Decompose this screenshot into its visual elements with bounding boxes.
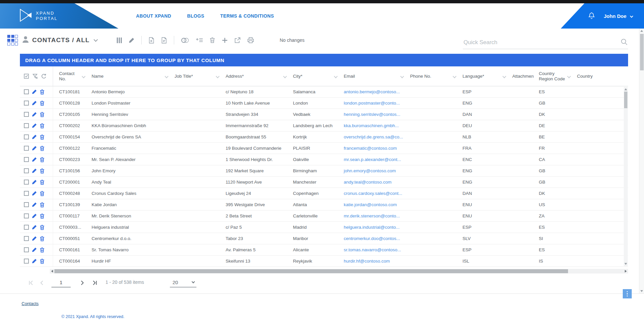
table-row[interactable]: CT000248Cronus Cardoxy SalesLigeudvej 24…	[20, 188, 628, 199]
column-menu-chevron-icon[interactable]	[502, 74, 506, 78]
scroll-down-arrow-icon[interactable]	[624, 263, 627, 265]
email-link[interactable]: mr.derik.stenerson@conto...	[342, 213, 409, 218]
export-pdf-button[interactable]	[161, 37, 167, 43]
clear-filter-icon[interactable]	[33, 74, 38, 79]
column-header-job-title[interactable]: Job Title*	[173, 66, 224, 86]
delete-row-button[interactable]	[40, 180, 44, 185]
grid-vscroll-thumb[interactable]	[624, 92, 627, 108]
email-link[interactable]: katie.jordan@contoso.com	[342, 202, 409, 207]
delete-row-button[interactable]	[40, 191, 44, 196]
table-row[interactable]: CT000122Francematic19 Boulevard Commande…	[20, 143, 628, 154]
edit-row-button[interactable]	[32, 168, 37, 173]
table-row[interactable]: CT000202KKA Büromaschinen GmbhImmermanns…	[20, 120, 628, 131]
edit-row-button[interactable]	[32, 225, 37, 230]
current-page-input[interactable]: 1	[51, 278, 71, 287]
row-checkbox[interactable]	[24, 146, 29, 151]
edit-row-button[interactable]	[32, 213, 37, 218]
page-scroll-up-icon[interactable]	[640, 30, 643, 32]
email-link[interactable]: london.postmaster@conto...	[342, 101, 409, 106]
first-page-button[interactable]	[28, 280, 34, 285]
export-excel-button[interactable]	[149, 37, 154, 43]
table-row[interactable]: CT200105Henning SerritslevStrandvejen 33…	[20, 109, 628, 120]
edit-row-button[interactable]	[32, 101, 37, 106]
refresh-icon[interactable]	[41, 74, 46, 79]
column-menu-chevron-icon[interactable]	[334, 74, 337, 78]
table-row[interactable]: CT100181Antonio Bermejoc/ Neptuno 18Sala…	[20, 86, 628, 98]
delete-row-button[interactable]	[40, 134, 44, 140]
email-link[interactable]: henning.serritslev@contos...	[342, 112, 409, 117]
group-by-bar[interactable]: DRAG A COLUMN HEADER AND DROP IT HERE TO…	[20, 54, 628, 66]
table-row[interactable]: CT00003...Helguera industrialc/ Paz 5Mad…	[20, 222, 628, 233]
previous-page-button[interactable]	[39, 280, 44, 285]
table-row[interactable]: CT000164Hurdir HFSkeifunni 13Reykjavikhu…	[20, 256, 628, 267]
column-header-attachment[interactable]: Attachmen	[511, 66, 537, 86]
add-new-button[interactable]	[222, 38, 228, 43]
edit-row-button[interactable]	[32, 180, 37, 185]
page-scroll-thumb[interactable]	[640, 34, 644, 70]
edit-row-button[interactable]	[32, 236, 37, 241]
nav-blogs[interactable]: BLOGS	[187, 13, 204, 19]
column-menu-chevron-icon[interactable]	[567, 74, 571, 78]
search-input[interactable]	[463, 38, 628, 49]
row-checkbox[interactable]	[24, 134, 29, 139]
email-link[interactable]: francematic@contoso.com	[342, 146, 409, 151]
row-checkbox[interactable]	[24, 101, 29, 106]
column-header-name[interactable]: Name	[90, 66, 173, 86]
edit-row-button[interactable]	[32, 134, 37, 139]
email-link[interactable]: john.emory@contoso.com	[342, 168, 409, 173]
row-checkbox[interactable]	[24, 236, 29, 241]
column-header-phone-no[interactable]: Phone No.	[409, 66, 461, 86]
delete-row-button[interactable]	[40, 202, 44, 207]
delete-row-button[interactable]	[40, 236, 44, 241]
email-link[interactable]: hurdir.hf@contoso.com	[342, 259, 409, 264]
email-link[interactable]: sr.tomas.navarro@contoso...	[342, 247, 409, 252]
delete-row-button[interactable]	[40, 225, 44, 230]
nav-terms-conditions[interactable]: TERMS & CONDITIONS	[220, 13, 274, 19]
search-icon[interactable]	[621, 39, 627, 46]
row-checkbox[interactable]	[24, 168, 29, 173]
last-page-button[interactable]	[92, 280, 98, 285]
apps-grid-icon[interactable]	[7, 35, 19, 45]
toggle-view-button[interactable]	[181, 38, 189, 43]
delete-row-button[interactable]	[40, 112, 44, 117]
print-button[interactable]	[248, 37, 254, 43]
email-link[interactable]: antonio.bermejo@contoso...	[342, 89, 409, 94]
email-link[interactable]: andy.teal@contoso.com	[342, 180, 409, 185]
column-menu-chevron-icon[interactable]	[165, 74, 168, 78]
grid-hscroll-thumb[interactable]	[54, 269, 568, 273]
page-size-dropdown[interactable]: 20	[170, 278, 196, 287]
table-row[interactable]: CT200001Andy Teal1120 Newport AveManches…	[20, 177, 628, 188]
column-menu-chevron-icon[interactable]	[453, 74, 456, 78]
select-all-checkbox-icon[interactable]	[24, 74, 29, 79]
row-checkbox[interactable]	[24, 225, 29, 230]
row-checkbox[interactable]	[24, 191, 29, 196]
email-link[interactable]: mr.sean.p.alexander@cont...	[342, 157, 409, 162]
next-page-button[interactable]	[80, 280, 85, 285]
email-link[interactable]: centromerkur.doo@contos...	[342, 236, 409, 241]
edit-row-button[interactable]	[32, 146, 37, 151]
edit-row-button[interactable]	[32, 157, 37, 162]
kebab-menu-button[interactable]	[623, 289, 632, 298]
edit-row-button[interactable]	[32, 123, 37, 128]
table-row[interactable]: CT000223Mr. Sean P. Alexander1 Sherwood …	[20, 154, 628, 165]
delete-row-button[interactable]	[40, 259, 44, 264]
edit-button[interactable]	[129, 38, 134, 43]
xpand-logo[interactable]: XPAND PORTAL	[19, 8, 58, 24]
column-menu-chevron-icon[interactable]	[283, 74, 287, 78]
edit-row-button[interactable]	[32, 112, 37, 117]
column-header-country-region-code[interactable]: Country Region Code	[537, 66, 576, 86]
email-link[interactable]: overschrijd.de.grens.sa@co...	[342, 134, 409, 139]
row-checkbox[interactable]	[24, 202, 29, 207]
column-header-address[interactable]: Address*	[224, 66, 292, 86]
row-checkbox[interactable]	[24, 213, 29, 218]
add-to-list-button[interactable]	[196, 38, 203, 43]
email-link[interactable]: kka.buromaschinen.gmbh...	[342, 123, 409, 128]
edit-row-button[interactable]	[32, 202, 37, 207]
delete-row-button[interactable]	[40, 101, 44, 106]
open-in-new-button[interactable]	[235, 37, 241, 43]
row-checkbox[interactable]	[24, 247, 29, 252]
row-checkbox[interactable]	[24, 89, 29, 94]
email-link[interactable]: helguera.industrial@conto...	[342, 225, 409, 230]
edit-row-button[interactable]	[32, 191, 37, 196]
delete-row-button[interactable]	[40, 146, 44, 151]
